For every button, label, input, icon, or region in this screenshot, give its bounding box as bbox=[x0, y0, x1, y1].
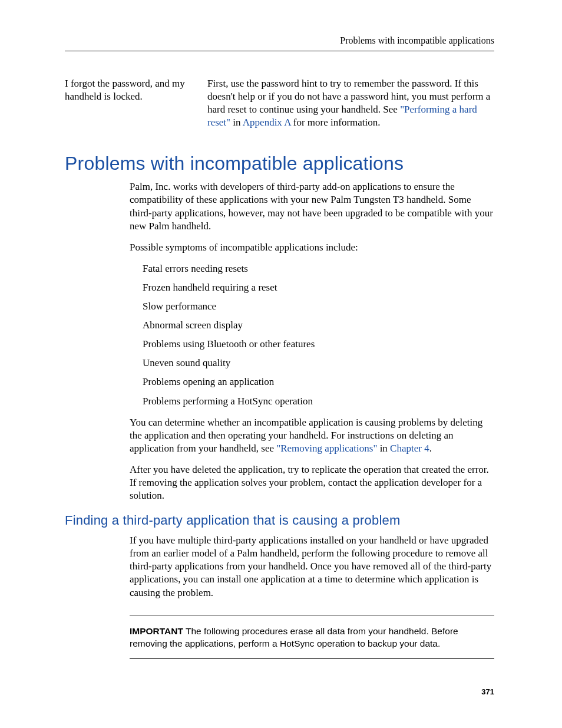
list-item: Problems performing a HotSync operation bbox=[143, 395, 494, 408]
list-item: Uneven sound quality bbox=[143, 357, 494, 370]
list-item: Problems using Bluetooth or other featur… bbox=[143, 338, 494, 351]
page-number: 371 bbox=[481, 687, 494, 696]
paragraph-determine: You can determine whether an incompatibl… bbox=[130, 416, 494, 455]
heading-problems-incompatible: Problems with incompatible applications bbox=[65, 153, 494, 174]
paragraph-after-delete: After you have deleted the application, … bbox=[130, 463, 494, 502]
body-block-2: If you have multiple third-party applica… bbox=[130, 534, 494, 659]
important-note: IMPORTANT The following procedures erase… bbox=[130, 615, 494, 659]
link-removing-applications[interactable]: "Removing applications" bbox=[276, 443, 377, 454]
important-label: IMPORTANT bbox=[130, 626, 183, 636]
qa-answer: First, use the password hint to try to r… bbox=[207, 77, 494, 129]
qa-question: I forgot the password, and my handheld i… bbox=[65, 77, 190, 129]
symptom-list: Fatal errors needing resets Frozen handh… bbox=[143, 262, 494, 408]
list-item: Frozen handheld requiring a reset bbox=[143, 281, 494, 294]
qa-row: I forgot the password, and my handheld i… bbox=[65, 77, 494, 129]
p3-mid: in bbox=[377, 443, 390, 454]
list-item: Abnormal screen display bbox=[143, 319, 494, 332]
list-item: Fatal errors needing resets bbox=[143, 262, 494, 275]
body-block-1: Palm, Inc. works with developers of thir… bbox=[130, 180, 494, 502]
heading-finding-third-party: Finding a third-party application that i… bbox=[65, 513, 494, 528]
running-header: Problems with incompatible applications bbox=[65, 35, 494, 51]
qa-answer-post: for more information. bbox=[291, 117, 381, 128]
page: Problems with incompatible applications … bbox=[0, 0, 562, 728]
paragraph-multiple-apps: If you have multiple third-party applica… bbox=[130, 534, 494, 599]
link-chapter-4[interactable]: Chapter 4 bbox=[390, 443, 429, 454]
link-appendix-a[interactable]: Appendix A bbox=[243, 117, 291, 128]
list-item: Slow performance bbox=[143, 300, 494, 313]
p3-post: . bbox=[429, 443, 432, 454]
list-item: Problems opening an application bbox=[143, 375, 494, 388]
paragraph-symptoms-lead: Possible symptoms of incompatible applic… bbox=[130, 241, 494, 254]
paragraph-intro: Palm, Inc. works with developers of thir… bbox=[130, 180, 494, 232]
qa-answer-mid: in bbox=[230, 117, 243, 128]
